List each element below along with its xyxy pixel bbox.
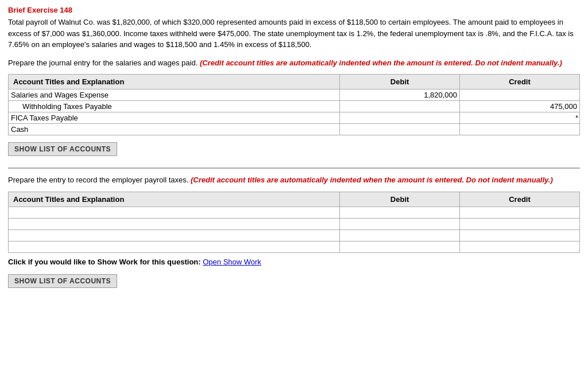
show-accounts-button-1[interactable]: SHOW LIST OF ACCOUNTS xyxy=(8,142,117,156)
debit-cell xyxy=(340,229,460,241)
instruction-1-italic: (Credit account titles are automatically… xyxy=(200,59,562,67)
show-accounts-button-2[interactable]: SHOW LIST OF ACCOUNTS xyxy=(8,274,117,288)
table1-header-credit: Credit xyxy=(460,75,580,89)
credit-input[interactable] xyxy=(460,101,579,112)
table1-header-debit: Debit xyxy=(340,75,460,89)
account-input[interactable] xyxy=(9,101,339,112)
table-row xyxy=(9,207,580,218)
table2-header-credit: Credit xyxy=(460,192,580,207)
section-divider xyxy=(8,168,580,169)
debit-input[interactable] xyxy=(340,101,459,112)
debit-input[interactable] xyxy=(340,124,459,135)
credit-input[interactable] xyxy=(460,89,579,100)
account-input[interactable] xyxy=(9,219,339,229)
table-row xyxy=(9,229,580,241)
instruction-1-plain: Prepare the journal entry for the salari… xyxy=(8,59,198,67)
journal-table-2: Account Titles and Explanation Debit Cre… xyxy=(8,192,580,253)
account-input[interactable] xyxy=(9,112,339,123)
debit-cell xyxy=(340,218,460,229)
debit-input[interactable] xyxy=(340,207,459,218)
debit-input[interactable] xyxy=(340,242,459,252)
credit-cell xyxy=(460,218,580,229)
open-show-work-link[interactable]: Open Show Work xyxy=(203,258,261,266)
account-cell xyxy=(9,124,340,135)
exercise-title: Brief Exercise 148 xyxy=(8,6,580,14)
debit-cell xyxy=(340,124,460,135)
debit-input[interactable] xyxy=(340,89,459,100)
account-cell xyxy=(9,112,340,124)
table-row: * xyxy=(9,112,580,124)
account-cell xyxy=(9,89,340,101)
account-input[interactable] xyxy=(9,242,339,252)
journal-table-1: Account Titles and Explanation Debit Cre… xyxy=(8,74,580,135)
credit-input[interactable] xyxy=(460,207,579,218)
credit-input[interactable] xyxy=(460,112,579,123)
credit-cell xyxy=(460,124,580,135)
instruction-2-plain: Prepare the entry to record the employer… xyxy=(8,176,188,184)
instruction-2-italic: (Credit account titles are automatically… xyxy=(191,176,553,184)
account-input[interactable] xyxy=(9,230,339,241)
click-work-text: Click if you would like to Show Work for… xyxy=(8,258,580,266)
table-row xyxy=(9,218,580,229)
credit-cell: * xyxy=(460,112,580,124)
credit-input[interactable] xyxy=(460,219,579,229)
instruction-2: Prepare the entry to record the employer… xyxy=(8,174,580,186)
credit-cell xyxy=(460,207,580,218)
table2-header-debit: Debit xyxy=(340,192,460,207)
table2-header-account: Account Titles and Explanation xyxy=(9,192,340,207)
instruction-1: Prepare the journal entry for the salari… xyxy=(8,57,580,69)
asterisk-indicator: * xyxy=(575,114,578,122)
account-input[interactable] xyxy=(9,89,339,100)
table-row xyxy=(9,89,580,101)
credit-input[interactable] xyxy=(460,230,579,241)
credit-cell xyxy=(460,229,580,241)
credit-cell xyxy=(460,241,580,252)
debit-input[interactable] xyxy=(340,230,459,241)
account-cell xyxy=(9,229,340,241)
credit-input[interactable] xyxy=(460,242,579,252)
credit-input[interactable] xyxy=(460,124,579,135)
bottom-section: SHOW LIST OF ACCOUNTS xyxy=(8,271,580,294)
account-cell xyxy=(9,218,340,229)
account-cell xyxy=(9,207,340,218)
debit-input[interactable] xyxy=(340,219,459,229)
account-input[interactable] xyxy=(9,124,339,135)
debit-cell xyxy=(340,89,460,101)
problem-text: Total payroll of Walnut Co. was $1,820,0… xyxy=(8,17,580,50)
table-row xyxy=(9,241,580,252)
table1-header-account: Account Titles and Explanation xyxy=(9,75,340,89)
table-row xyxy=(9,101,580,112)
account-cell xyxy=(9,101,340,112)
credit-cell xyxy=(460,101,580,112)
debit-input[interactable] xyxy=(340,112,459,123)
credit-cell xyxy=(460,89,580,101)
debit-cell xyxy=(340,207,460,218)
account-cell xyxy=(9,241,340,252)
account-input[interactable] xyxy=(9,207,339,218)
table-row xyxy=(9,124,580,135)
debit-cell xyxy=(340,241,460,252)
debit-cell xyxy=(340,112,460,124)
debit-cell xyxy=(340,101,460,112)
